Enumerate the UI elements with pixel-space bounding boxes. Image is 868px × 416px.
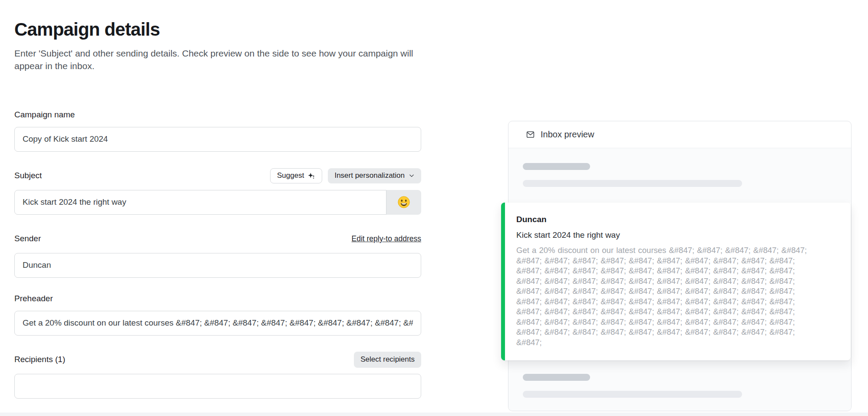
placeholder-bar-long bbox=[523, 391, 742, 398]
page-title: Campaign details bbox=[14, 19, 421, 40]
edit-reply-to-link[interactable]: Edit reply-to address bbox=[352, 234, 422, 243]
inbox-preview-card: Inbox preview Duncan Kick start 2024 the… bbox=[508, 121, 851, 411]
envelope-icon bbox=[526, 130, 535, 139]
inbox-placeholder-row-top bbox=[508, 148, 851, 203]
inbox-preview-title: Inbox preview bbox=[541, 130, 594, 140]
message-sender: Duncan bbox=[516, 215, 838, 224]
select-recipients-label: Select recipients bbox=[360, 355, 415, 364]
campaign-details-form: Campaign details Enter 'Subject' and oth… bbox=[14, 13, 421, 399]
sender-email-input[interactable] bbox=[222, 253, 421, 277]
campaign-name-input[interactable] bbox=[14, 127, 421, 152]
recipients-input[interactable] bbox=[14, 374, 421, 399]
emoji-smile-icon bbox=[397, 196, 410, 209]
select-recipients-button[interactable]: Select recipients bbox=[354, 352, 421, 368]
page-subtitle: Enter 'Subject' and other sending detail… bbox=[14, 47, 421, 73]
sender-label: Sender bbox=[14, 234, 41, 243]
suggest-button[interactable]: Suggest bbox=[270, 168, 322, 183]
campaign-name-group: Campaign name bbox=[14, 110, 421, 152]
inbox-placeholder-row-bottom bbox=[508, 360, 851, 411]
chevron-down-icon bbox=[409, 173, 415, 179]
subject-input[interactable] bbox=[14, 190, 386, 215]
message-preview-text: Get a 20% discount on our latest courses… bbox=[516, 245, 810, 347]
placeholder-bar-long bbox=[523, 180, 742, 187]
inbox-preview-header: Inbox preview bbox=[508, 121, 851, 148]
recipients-group: Recipients (1) Select recipients bbox=[14, 352, 421, 399]
subject-group: Subject Suggest Insert pers bbox=[14, 168, 421, 215]
preheader-label: Preheader bbox=[14, 294, 421, 303]
placeholder-bar-short bbox=[523, 374, 590, 381]
preheader-input[interactable] bbox=[14, 311, 421, 336]
sender-group: Sender Edit reply-to address bbox=[14, 231, 421, 278]
inbox-message-preview: Duncan Kick start 2024 the right way Get… bbox=[501, 203, 851, 360]
sparkles-icon bbox=[308, 172, 315, 180]
placeholder-bar-short bbox=[523, 163, 590, 170]
insert-personalization-button[interactable]: Insert personalization bbox=[328, 168, 421, 183]
suggest-button-label: Suggest bbox=[277, 171, 304, 180]
footer-strip bbox=[0, 413, 868, 416]
campaign-name-label: Campaign name bbox=[14, 110, 421, 120]
insert-personalization-label: Insert personalization bbox=[334, 171, 405, 180]
subject-label: Subject bbox=[14, 171, 42, 180]
emoji-picker-button[interactable] bbox=[386, 190, 421, 215]
message-subject: Kick start 2024 the right way bbox=[516, 230, 838, 240]
sender-name-input[interactable] bbox=[15, 253, 222, 277]
preheader-group: Preheader bbox=[14, 294, 421, 336]
recipients-label: Recipients (1) bbox=[14, 355, 65, 364]
